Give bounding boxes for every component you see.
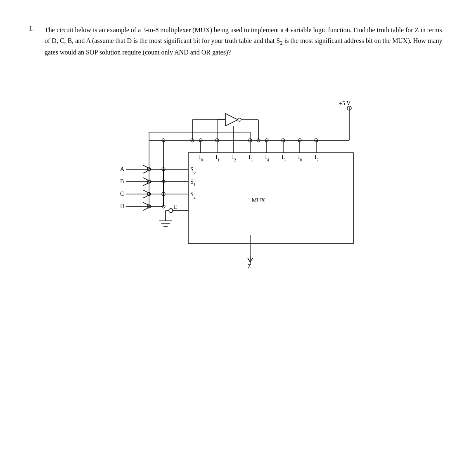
svg-line-57 xyxy=(248,258,250,262)
svg-line-58 xyxy=(250,258,253,262)
problem-number: 1. xyxy=(29,25,40,32)
i0-label: I0 xyxy=(199,154,203,162)
svg-rect-0 xyxy=(188,153,353,244)
s1-label: S1 xyxy=(190,179,196,187)
svg-marker-17 xyxy=(225,114,238,126)
s2-label: S2 xyxy=(190,191,196,199)
z-label: Z xyxy=(248,263,251,270)
problem-text: The circuit below is an example of a 3-t… xyxy=(45,25,447,58)
i7-label: I7 xyxy=(315,154,319,162)
mux-label: MUX xyxy=(251,197,265,204)
circuit-svg: text { font-family: "Times New Roman", T… xyxy=(106,74,386,272)
vcc-label: +5 V xyxy=(339,100,350,107)
problem-container: 1. The circuit below is an example of a … xyxy=(29,25,447,272)
i1-label: I1 xyxy=(216,154,220,162)
i4-label: I4 xyxy=(265,154,269,162)
e-label: E xyxy=(174,204,178,210)
s0-label: S0 xyxy=(190,166,196,175)
i2-label: I2 xyxy=(232,154,236,162)
i5-label: I5 xyxy=(282,154,286,162)
a-label: A xyxy=(120,166,125,172)
i3-label: I3 xyxy=(249,154,253,162)
c-label: C xyxy=(120,191,124,197)
d-label: D xyxy=(120,203,124,209)
circuit-diagram: text { font-family: "Times New Roman", T… xyxy=(45,74,447,272)
b-label: B xyxy=(120,178,124,185)
i6-label: I6 xyxy=(298,154,302,162)
